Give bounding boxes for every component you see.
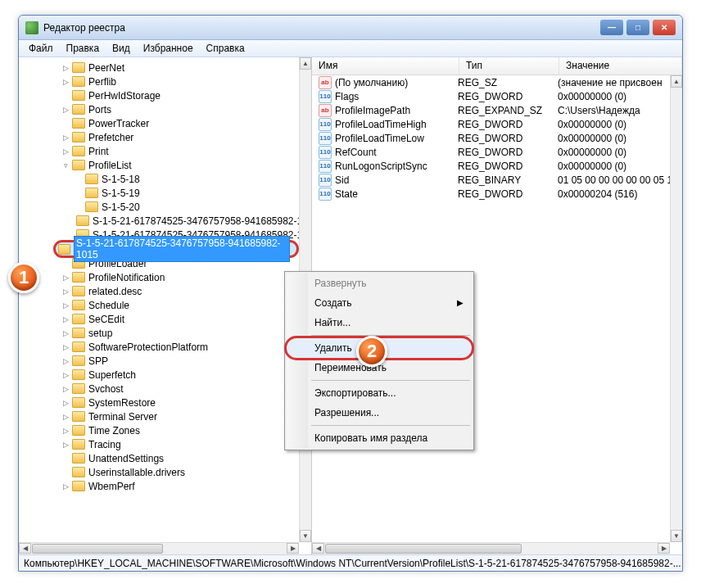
expander-icon[interactable] [61, 119, 70, 128]
value-row[interactable]: 110ProfileLoadTimeHighREG_DWORD0x0000000… [312, 117, 670, 131]
expander-icon[interactable] [61, 259, 70, 268]
expander-icon[interactable]: ▷ [61, 384, 70, 393]
expander-icon[interactable]: ▷ [61, 342, 70, 351]
value-row[interactable]: 110StateREG_DWORD0x00000204 (516) [312, 187, 670, 201]
maximize-button[interactable]: □ [626, 20, 649, 35]
tree-item[interactable]: ▷Tracing [19, 437, 299, 451]
expander-icon[interactable]: ▷ [61, 370, 70, 379]
value-row[interactable]: abProfileImagePathREG_EXPAND_SZC:\Users\… [312, 103, 670, 117]
menu-edit[interactable]: Правка [60, 40, 106, 57]
tree-item[interactable]: ▷Ports [19, 102, 299, 116]
tree-item-selected[interactable]: S-1-5-21-617874525-3476757958-941685982-… [53, 240, 299, 258]
expander-icon[interactable]: ▷ [61, 440, 70, 449]
expander-icon[interactable]: ▷ [61, 147, 70, 156]
tree-item[interactable]: Userinstallable.drivers [19, 465, 299, 479]
tree-item[interactable]: PowerTracker [19, 116, 299, 130]
expander-icon[interactable]: ▷ [61, 328, 70, 337]
scroll-left-icon[interactable]: ◀ [312, 543, 324, 554]
tree-item[interactable]: S-1-5-19 [19, 186, 299, 200]
close-button[interactable]: ✕ [653, 20, 676, 35]
expander-icon[interactable]: ▷ [61, 77, 70, 86]
col-type-header[interactable]: Тип [459, 57, 559, 75]
expander-icon[interactable]: ▷ [61, 287, 70, 296]
col-name-header[interactable]: Имя [312, 57, 459, 75]
tree-item[interactable]: ▷related.desc [19, 284, 299, 298]
value-row[interactable]: 110FlagsREG_DWORD0x00000000 (0) [312, 89, 670, 103]
expander-icon[interactable]: ▷ [61, 273, 70, 282]
value-row[interactable]: ab(По умолчанию)REG_SZ(значение не присв… [312, 75, 670, 89]
value-row[interactable]: 110ProfileLoadTimeLowREG_DWORD0x00000000… [312, 131, 670, 145]
expander-icon[interactable]: ▷ [61, 301, 70, 310]
value-type: REG_DWORD [458, 161, 558, 172]
tree-item[interactable]: PerHwIdStorage [19, 88, 299, 102]
tree-item[interactable]: ▷SeCEdit [19, 312, 299, 326]
values-vertical-scrollbar[interactable]: ▲ ▼ [670, 75, 682, 542]
tree-item[interactable]: ▷Schedule [19, 298, 299, 312]
scrollbar-thumb[interactable] [325, 544, 522, 554]
folder-icon [72, 425, 85, 436]
tree-item[interactable]: ▷Prefetcher [19, 130, 299, 144]
tree-horizontal-scrollbar[interactable]: ◀ ▶ [19, 542, 299, 554]
expander-icon[interactable]: ▷ [61, 105, 70, 114]
tree-item[interactable]: ▿ProfileList [19, 158, 299, 172]
expander-icon[interactable]: ▷ [61, 133, 70, 142]
title-bar[interactable]: Редактор реестра — □ ✕ [19, 16, 682, 40]
tree-item[interactable]: ▷Svchost [19, 382, 299, 396]
tree-item[interactable]: ▷SPP [19, 354, 299, 368]
tree-item[interactable]: ▷ProfileNotification [19, 270, 299, 284]
expander-icon[interactable]: ▷ [61, 314, 70, 323]
value-row[interactable]: 110RunLogonScriptSyncREG_DWORD0x00000000… [312, 159, 670, 173]
app-icon [25, 21, 38, 34]
context-menu-item[interactable]: Экспортировать... [287, 383, 472, 403]
tree-item[interactable]: ▷SystemRestore [19, 396, 299, 409]
scroll-left-icon[interactable]: ◀ [19, 543, 31, 554]
values-horizontal-scrollbar[interactable]: ◀ ▶ [312, 542, 670, 554]
expander-icon[interactable]: ▷ [61, 398, 70, 407]
value-row[interactable]: 110SidREG_BINARY01 05 00 00 00 00 00 05 … [312, 173, 670, 187]
context-menu-item[interactable]: Найти... [287, 313, 472, 332]
scroll-up-icon[interactable]: ▲ [300, 57, 311, 70]
tree-item[interactable]: UnattendSettings [19, 451, 299, 465]
tree-item[interactable]: ▷Time Zones [19, 423, 299, 437]
tree-item[interactable]: ▷Superfetch [19, 368, 299, 382]
menu-help[interactable]: Справка [200, 40, 251, 57]
expander-icon[interactable] [61, 468, 70, 477]
context-menu-item[interactable]: Разрешения... [287, 403, 472, 423]
scroll-right-icon[interactable]: ▶ [658, 543, 670, 554]
expander-icon[interactable] [61, 91, 70, 100]
menu-view[interactable]: Вид [106, 40, 137, 57]
minimize-button[interactable]: — [600, 20, 623, 35]
tree-item[interactable]: S-1-5-20 [19, 200, 299, 214]
expander-icon[interactable] [75, 174, 84, 183]
context-menu-item[interactable]: Создать▶ [287, 293, 472, 313]
expander-icon[interactable]: ▷ [61, 426, 70, 435]
tree-item[interactable]: S-1-5-21-617874525-3476757958-941685982-… [19, 214, 299, 228]
value-row[interactable]: 110RefCountREG_DWORD0x00000000 (0) [312, 145, 670, 159]
expander-icon[interactable]: ▷ [61, 356, 70, 365]
expander-icon[interactable]: ▷ [61, 63, 70, 72]
scroll-down-icon[interactable]: ▼ [300, 530, 311, 542]
menu-file[interactable]: Файл [22, 40, 60, 57]
tree-item[interactable]: ▷setup [19, 326, 299, 340]
expander-icon[interactable]: ▿ [61, 161, 70, 170]
tree-item[interactable]: ▷Perflib [19, 75, 299, 88]
scroll-down-icon[interactable]: ▼ [671, 530, 682, 542]
scroll-up-icon[interactable]: ▲ [671, 75, 682, 88]
scrollbar-thumb[interactable] [32, 544, 163, 554]
expander-icon[interactable] [75, 188, 84, 197]
tree-item[interactable]: ▷PeerNet [19, 61, 299, 75]
col-value-header[interactable]: Значение [559, 57, 682, 75]
tree-item[interactable]: ▷Terminal Server [19, 409, 299, 423]
tree-item[interactable]: S-1-5-18 [19, 172, 299, 186]
tree-item[interactable]: ▷SoftwareProtectionPlatform [19, 340, 299, 354]
tree-item[interactable]: ▷Print [19, 144, 299, 158]
context-menu-item[interactable]: Копировать имя раздела [287, 428, 472, 448]
expander-icon[interactable] [61, 454, 70, 463]
scroll-right-icon[interactable]: ▶ [287, 543, 299, 554]
registry-tree[interactable]: ▷PeerNet▷PerflibPerHwIdStorage▷PortsPowe… [19, 57, 299, 542]
expander-icon[interactable]: ▷ [61, 482, 70, 491]
expander-icon[interactable] [75, 202, 84, 211]
menu-favorites[interactable]: Избранное [137, 40, 200, 57]
expander-icon[interactable]: ▷ [61, 412, 70, 421]
tree-item[interactable]: ▷WbemPerf [19, 479, 299, 493]
